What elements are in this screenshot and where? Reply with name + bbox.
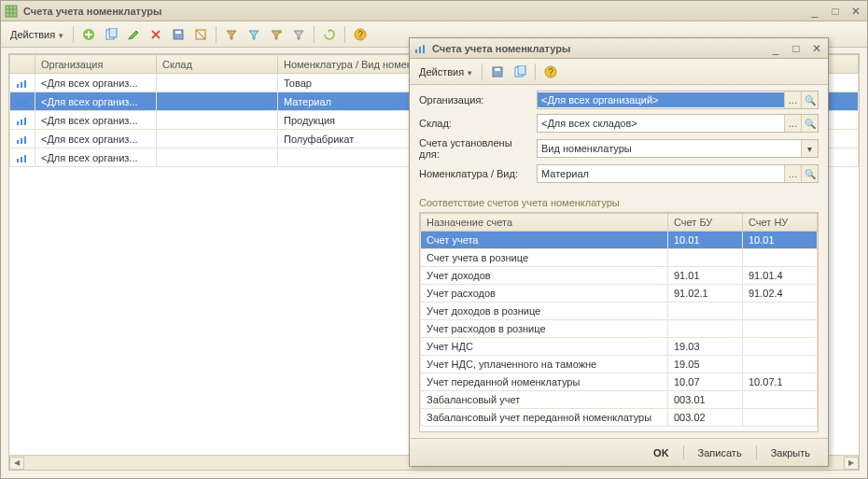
dialog-copy-button[interactable] [510,62,530,82]
field-row-nomvid: Номенклатура / Вид: … 🔍 [419,164,819,183]
filter-clear-button[interactable] [288,24,309,45]
dialog-actions-menu[interactable]: Действия▼ [415,66,477,77]
dialog-minimize-button[interactable]: _ [768,42,783,55]
scroll-right-button[interactable]: ▶ [844,457,859,470]
write-button[interactable]: Записать [688,443,752,463]
svg-rect-0 [6,6,17,17]
setfor-field[interactable]: ▾ [537,139,819,158]
cell-sklad [157,130,278,148]
dialog-window: Счета учета номенклатуры _ □ ✕ Действия▼… [409,37,829,467]
dialog-save-button[interactable] [487,62,508,82]
dialog-help-button[interactable]: ? [540,62,561,82]
help-button[interactable]: ? [350,24,371,45]
svg-rect-20 [21,82,22,88]
scroll-left-button[interactable]: ◀ [9,457,24,470]
acct-row[interactable]: Учет расходов91.02.191.02.4 [421,285,818,303]
setfor-input[interactable] [538,141,801,156]
copy-button[interactable] [101,24,121,45]
main-titlebar: Счета учета номенклатуры _ □ ✕ [1,1,867,21]
select-button[interactable]: … [784,92,801,108]
dialog-maximize-button[interactable]: □ [789,42,804,55]
edit-button[interactable] [123,24,144,45]
acct-cell-nu: 91.02.4 [743,285,818,303]
maximize-button[interactable]: □ [828,5,843,18]
col-sklad[interactable]: Склад [157,55,278,74]
select-button[interactable]: … [784,165,801,182]
acct-row[interactable]: Учет доходов91.0191.01.4 [421,267,818,285]
close-dialog-button[interactable]: Закрыть [761,443,820,463]
acct-row[interactable]: Учет НДС19.03 [421,338,818,356]
col-icon[interactable] [10,55,35,74]
acct-col-bu[interactable]: Счет БУ [668,214,743,232]
col-org[interactable]: Организация [35,55,157,74]
grid-icon [5,5,18,18]
svg-rect-36 [423,45,425,53]
accounts-table: Назначение счета Счет БУ Счет НУ Счет уч… [419,212,819,432]
acct-row[interactable]: Учет переданной номенклатуры10.0710.07.1 [421,373,818,391]
acct-cell-bu [668,303,743,320]
svg-rect-19 [17,84,19,88]
dialog-body: Организация: <Для всех организаций> … 🔍 … [410,85,828,438]
org-field[interactable]: <Для всех организаций> … 🔍 [537,91,819,109]
refresh-button[interactable] [319,24,340,45]
acct-cell-nu [743,320,818,338]
magnifier-icon: 🔍 [805,119,816,129]
acct-row[interactable]: Забалансовый учет переданной номенклатур… [421,409,818,427]
acct-row[interactable]: Учет расходов в рознице [421,320,818,338]
row-icon-cell [10,92,35,111]
close-button[interactable]: ✕ [848,5,863,18]
acct-cell-nu [743,303,818,320]
acct-cell-bu: 003.01 [668,391,743,409]
select-button[interactable]: … [784,115,801,132]
filter-button-1[interactable] [221,24,242,45]
svg-rect-27 [24,118,26,125]
sklad-field[interactable]: … 🔍 [537,114,819,133]
dropdown-button[interactable]: ▾ [801,140,818,157]
nomvid-field[interactable]: … 🔍 [537,164,819,183]
chart-icon [16,154,29,163]
acct-col-name[interactable]: Назначение счета [421,214,668,232]
search-button[interactable]: 🔍 [801,115,818,132]
acct-cell-bu: 10.07 [668,373,743,391]
magnifier-icon: 🔍 [805,95,816,106]
minimize-button[interactable]: _ [807,5,822,18]
acct-cell-nu [743,391,818,409]
svg-rect-34 [415,49,417,53]
magnifier-icon: 🔍 [805,169,816,179]
delete-button[interactable] [146,24,166,45]
ok-button[interactable]: OK [643,443,679,463]
acct-row[interactable]: Счет учета в рознице [421,249,818,267]
svg-point-16 [278,30,282,34]
filter-button-2[interactable] [244,24,264,45]
dialog-titlebar: Счета учета номенклатуры _ □ ✕ [410,38,828,59]
acct-cell-nu [743,249,818,267]
svg-rect-25 [17,121,19,125]
acct-cell-bu: 91.01 [668,267,743,285]
svg-rect-21 [24,80,26,88]
row-icon-cell [10,130,35,148]
chart-icon [16,79,29,89]
mark-button[interactable] [190,24,211,45]
svg-rect-40 [518,65,525,75]
save-button[interactable] [168,24,189,45]
add-button[interactable] [78,24,99,45]
acct-row[interactable]: Счет учета10.0110.01 [421,232,818,249]
acct-row[interactable]: Забалансовый учет003.01 [421,391,818,409]
acct-cell-bu: 10.01 [668,232,743,249]
sklad-input[interactable] [538,116,784,131]
acct-row[interactable]: Учет доходов в рознице [421,303,818,320]
cell-org: <Для всех организ... [35,92,157,111]
actions-menu[interactable]: Действия▼ [7,29,68,40]
search-button[interactable]: 🔍 [801,92,818,108]
svg-rect-38 [495,68,500,71]
acct-col-nu[interactable]: Счет НУ [743,214,818,232]
nomvid-input[interactable] [538,166,784,181]
dialog-close-button[interactable]: ✕ [809,42,824,55]
acct-row[interactable]: Учет НДС, уплаченного на таможне19.05 [421,356,818,373]
cell-org: <Для всех организ... [35,74,157,92]
filter-button-3[interactable] [266,24,287,45]
acct-cell-bu: 19.03 [668,338,743,356]
cell-sklad [157,148,278,167]
sklad-label: Склад: [419,118,531,129]
search-button[interactable]: 🔍 [801,165,818,182]
